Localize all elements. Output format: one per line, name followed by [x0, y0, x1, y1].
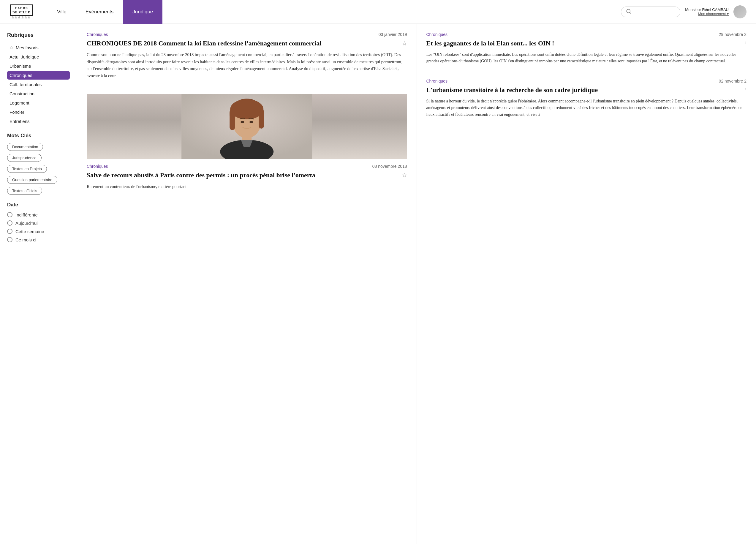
sidebar-item-coll[interactable]: Coll. territoriales: [7, 80, 70, 89]
article-body-r1: Les "OIN relookées" sont d'application i…: [426, 51, 747, 65]
logo[interactable]: CADRE DE VILLE 🏛🏛🏛🏛🏛🏛: [10, 4, 33, 19]
article-title-row-1: CHRONIQUES DE 2018 Comment la loi Elan r…: [87, 39, 407, 48]
article-title-2[interactable]: Salve de recours abusifs à Paris contre …: [87, 171, 398, 180]
article-fav-1[interactable]: ☆: [402, 40, 407, 47]
keyword-tags: Documentation Jurisprudence Textes en Pr…: [7, 143, 70, 195]
article-image-2: [87, 94, 407, 159]
sidebar: Rubriques ☆ Mes favoris Actu. Juridique …: [0, 24, 77, 544]
date-option-semaine[interactable]: Cette semaine: [7, 229, 70, 234]
sidebar-item-label-favoris: Mes favoris: [16, 45, 39, 50]
article-body-r2: Si la nature a horreur du vide, le droit…: [426, 98, 747, 118]
main-nav: Ville Evénements Juridique: [48, 0, 621, 24]
date-label-aujourdhui: Aujourd'hui: [15, 221, 38, 226]
article-card-2: Chroniques 08 novembre 2018 Salve de rec…: [87, 94, 407, 190]
star-icon: ☆: [10, 45, 13, 50]
sidebar-item-label-construction: Construction: [10, 91, 34, 96]
article-meta-2: Chroniques 08 novembre 2018: [87, 164, 407, 169]
avatar[interactable]: [733, 5, 746, 18]
avatar-image: [733, 5, 746, 18]
article-title-1[interactable]: CHRONIQUES DE 2018 Comment la loi Elan r…: [87, 39, 398, 48]
sidebar-item-construction[interactable]: Construction: [7, 89, 70, 98]
sidebar-item-entretiens[interactable]: Entretiens: [7, 117, 70, 126]
svg-rect-8: [259, 109, 264, 129]
nav-item-ville[interactable]: Ville: [48, 0, 76, 24]
keyword-documentation[interactable]: Documentation: [7, 143, 43, 151]
search-icon: [626, 9, 631, 15]
radio-mois[interactable]: [7, 237, 12, 242]
sidebar-item-favoris[interactable]: ☆ Mes favoris: [7, 43, 70, 52]
keywords-title: Mots-Clés: [7, 133, 70, 139]
article-card-1: Chroniques 03 janvier 2019 CHRONIQUES DE…: [87, 32, 407, 80]
article-title-r1[interactable]: Et les gagnantes de la loi Elan sont... …: [426, 39, 741, 48]
articles-right-col: Chroniques 29 novembre 2 Et les gagnante…: [417, 24, 756, 544]
article-title-row-r1: Et les gagnantes de la loi Elan sont... …: [426, 39, 747, 48]
keyword-textes-officiels[interactable]: Textes officiels: [7, 187, 42, 195]
svg-point-12: [241, 121, 244, 123]
article-category-1[interactable]: Chroniques: [87, 32, 108, 37]
person-photo: [87, 94, 407, 159]
date-label-mois: Ce mois ci: [15, 237, 36, 242]
main-layout: Rubriques ☆ Mes favoris Actu. Juridique …: [0, 24, 756, 544]
svg-point-13: [249, 121, 253, 123]
article-date-r2: 02 novembre 2: [719, 79, 746, 83]
article-meta-r1: Chroniques 29 novembre 2: [426, 32, 747, 37]
header: CADRE DE VILLE 🏛🏛🏛🏛🏛🏛 Ville Evénements J…: [0, 0, 756, 24]
date-option-mois[interactable]: Ce mois ci: [7, 237, 70, 242]
article-title-row-2: Salve de recours abusifs à Paris contre …: [87, 171, 407, 180]
keywords-section: Mots-Clés Documentation Jurisprudence Te…: [7, 133, 70, 195]
article-title-row-r2: L'urbanisme transitoire à la recherche d…: [426, 86, 747, 94]
keyword-question-parl[interactable]: Question parlementaire: [7, 176, 57, 184]
keyword-jurisprudence[interactable]: Jurisprudence: [7, 154, 42, 162]
logo-deco: 🏛🏛🏛🏛🏛🏛: [12, 16, 31, 19]
date-option-indifferente[interactable]: Indifférente: [7, 212, 70, 217]
radio-semaine[interactable]: [7, 229, 12, 234]
logo-line1: CADRE: [12, 6, 30, 10]
sidebar-item-chroniques[interactable]: Chroniques: [7, 71, 70, 80]
article-card-r1: Chroniques 29 novembre 2 Et les gagnante…: [426, 32, 747, 64]
user-subscription[interactable]: Mon abonnement ▾: [685, 12, 729, 16]
sidebar-item-label-chroniques: Chroniques: [10, 73, 32, 78]
sidebar-item-urbanisme[interactable]: Urbanisme: [7, 62, 70, 70]
svg-point-6: [230, 99, 263, 119]
rubriques-title: Rubriques: [7, 32, 70, 38]
radio-indifferente[interactable]: [7, 212, 12, 217]
article-fav-2[interactable]: ☆: [402, 172, 407, 179]
user-name: Monsieur Rémi CAMBAU: [685, 7, 729, 12]
svg-rect-7: [230, 109, 235, 130]
sidebar-item-label-foncier: Foncier: [10, 110, 24, 115]
content-area: Chroniques 03 janvier 2019 CHRONIQUES DE…: [77, 24, 756, 544]
article-body-1: Comme son nom ne l'indique pas, la loi d…: [87, 51, 407, 80]
sidebar-item-label-actu: Actu. Juridique: [10, 54, 39, 59]
articles-left-col: Chroniques 03 janvier 2019 CHRONIQUES DE…: [77, 24, 417, 544]
sidebar-item-actu[interactable]: Actu. Juridique: [7, 53, 70, 61]
logo-line2: DE VILLE: [12, 10, 30, 14]
article-meta-1: Chroniques 03 janvier 2019: [87, 32, 407, 37]
sidebar-item-foncier[interactable]: Foncier: [7, 108, 70, 116]
article-date-r1: 29 novembre 2: [719, 32, 746, 37]
chevron-right-r2: ›: [745, 86, 746, 92]
search-bar[interactable]: [621, 7, 680, 17]
article-title-r2[interactable]: L'urbanisme transitoire à la recherche d…: [426, 86, 741, 94]
radio-aujourdhui[interactable]: [7, 220, 12, 226]
sidebar-item-logement[interactable]: Logement: [7, 99, 70, 107]
date-label-semaine: Cette semaine: [15, 229, 44, 234]
article-category-r2[interactable]: Chroniques: [426, 79, 448, 83]
date-title: Date: [7, 202, 70, 208]
date-section: Date Indifférente Aujourd'hui Cette sema…: [7, 202, 70, 242]
sidebar-item-label-urbanisme: Urbanisme: [10, 64, 31, 69]
header-right: Monsieur Rémi CAMBAU Mon abonnement ▾: [621, 5, 746, 18]
date-label-indifferente: Indifférente: [15, 212, 38, 217]
nav-item-juridique[interactable]: Juridique: [123, 0, 162, 24]
article-category-2[interactable]: Chroniques: [87, 164, 108, 169]
sidebar-item-label-coll: Coll. territoriales: [10, 82, 42, 87]
svg-line-1: [630, 12, 631, 13]
date-option-aujourdhui[interactable]: Aujourd'hui: [7, 220, 70, 226]
chevron-right-r1: ›: [745, 39, 746, 45]
keyword-textes-projets[interactable]: Textes en Projets: [7, 165, 47, 173]
article-body-2: Rarement un contentieux de l'urbanisme, …: [87, 183, 407, 190]
sidebar-item-label-logement: Logement: [10, 100, 29, 105]
article-meta-r2: Chroniques 02 novembre 2: [426, 79, 747, 83]
nav-item-evenements[interactable]: Evénements: [76, 0, 123, 24]
article-category-r1[interactable]: Chroniques: [426, 32, 448, 37]
article-date-2: 08 novembre 2018: [372, 164, 407, 169]
